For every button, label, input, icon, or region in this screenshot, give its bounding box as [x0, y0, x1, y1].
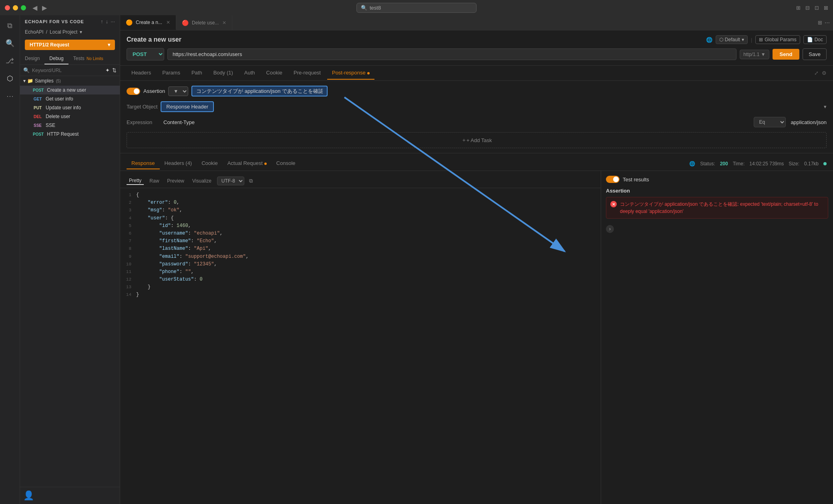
sidebar-more-icon[interactable]: ···	[111, 18, 115, 24]
assertion-toggle[interactable]	[127, 88, 140, 95]
env-selector[interactable]: ⬡ Default ▾	[716, 35, 748, 44]
nav-buttons: ◀ ▶	[32, 4, 47, 12]
tab-create-user[interactable]: 🟠 Create a n... ✕	[120, 15, 176, 30]
req-tab-postresponse[interactable]: Post-response	[327, 66, 374, 80]
activity-search-icon[interactable]: 🔍	[3, 36, 17, 50]
sidebar-item-get-user[interactable]: GET Get user info	[20, 94, 120, 103]
code-line-1: 1 {	[120, 191, 601, 199]
doc-button[interactable]: 📄 Doc	[803, 35, 827, 44]
chevron-down-icon: ▾	[824, 104, 827, 110]
method-badge-del: DEL	[31, 114, 44, 119]
close-button[interactable]	[5, 5, 10, 10]
sidebar-item-create-user[interactable]: POST Create a new user	[20, 86, 120, 94]
req-tab-path[interactable]: Path	[187, 66, 207, 80]
target-object-expand[interactable]: ▾	[824, 104, 827, 110]
copy-icon[interactable]: ⧉	[249, 178, 253, 184]
format-raw[interactable]: Raw	[147, 177, 161, 185]
forward-icon[interactable]: ▶	[42, 4, 47, 12]
add-task-row[interactable]: ＋ + Add Task	[127, 132, 827, 148]
target-object-button[interactable]: Response Header	[161, 101, 214, 112]
req-tab-auth[interactable]: Auth	[239, 66, 260, 80]
resp-tab-console[interactable]: Console	[272, 158, 300, 169]
tab-debug[interactable]: Debug	[44, 53, 68, 64]
layout-icon-2[interactable]: ⊟	[805, 5, 810, 11]
resp-tab-cookie[interactable]: Cookie	[197, 158, 222, 169]
assertion-type-select[interactable]: ▼	[168, 86, 188, 96]
layout-icon-1[interactable]: ⊞	[796, 5, 801, 11]
sidebar-item-http-request[interactable]: POST HTTP Request	[20, 130, 120, 139]
no-limits-badge: No Limits	[87, 56, 103, 61]
resp-tab-headers[interactable]: Headers (4)	[160, 158, 197, 169]
titlebar-icons: ⊞ ⊟ ⊡ ⊠	[796, 5, 828, 11]
target-object-row: Target Object Response Header ▾	[127, 101, 827, 112]
method-badge-get: GET	[31, 96, 44, 102]
folder-icon: 📁	[27, 78, 33, 84]
encoding-select[interactable]: UTF-8	[217, 177, 244, 185]
project-label[interactable]: Local Project	[50, 29, 77, 35]
assertion-row: Assertion ▼	[127, 86, 827, 96]
activity-copy-icon[interactable]: ⧉	[3, 18, 17, 33]
req-tab-body[interactable]: Body (1)	[209, 66, 238, 80]
global-params-button[interactable]: ⊞ Global Params	[755, 35, 800, 44]
activity-api-icon[interactable]: ⬡	[3, 71, 17, 86]
sidebar-item-delete-user[interactable]: DEL Delete user	[20, 112, 120, 121]
tab-design[interactable]: Design	[20, 53, 44, 64]
sidebar-item-update-user[interactable]: PUT Update user info	[20, 103, 120, 112]
save-button[interactable]: Save	[803, 48, 827, 60]
test-panel: Test results Assertion ✕ コンテンツタイプが appli…	[601, 171, 833, 504]
back-icon[interactable]: ◀	[32, 4, 37, 12]
overflow-icon[interactable]: ⋯	[825, 20, 830, 26]
lock-icon: 🌐	[706, 37, 712, 43]
format-pretty[interactable]: Pretty	[127, 177, 144, 185]
method-select[interactable]: POST GET PUT DELETE	[127, 48, 164, 60]
activity-more-icon[interactable]: ⋯	[3, 89, 17, 103]
search-sort-icon[interactable]: ⇅	[112, 67, 117, 73]
error-dot: ✕	[610, 201, 617, 207]
assertion-name-input[interactable]	[191, 86, 328, 96]
expand-test-button[interactable]: ›	[606, 225, 614, 233]
req-tab-cookie[interactable]: Cookie	[262, 66, 287, 80]
eq-select[interactable]: Eq	[754, 117, 786, 127]
test-results-toggle[interactable]	[606, 176, 620, 183]
tab-close-delete[interactable]: ✕	[222, 20, 226, 26]
req-tab-params[interactable]: Params	[157, 66, 185, 80]
req-tab-prerequest[interactable]: Pre-request	[289, 66, 326, 80]
layout-icon-3[interactable]: ⊡	[815, 5, 819, 11]
project-chevron-icon[interactable]: ▾	[80, 29, 82, 35]
keyword-input[interactable]	[32, 68, 103, 73]
layout-icon-4[interactable]: ⊠	[824, 5, 828, 11]
url-input[interactable]	[167, 48, 736, 60]
format-visualize[interactable]: Visualize	[190, 177, 214, 185]
titlebar-search[interactable]: 🔍 test8	[356, 3, 477, 13]
resp-tab-actual-request[interactable]: Actual Request	[223, 158, 272, 169]
item-label-delete-user: Delete user	[46, 114, 70, 119]
workspace-row: EchoAPI / Local Project ▾	[20, 28, 120, 36]
http-request-button[interactable]: HTTP1/2 Request ▾	[25, 40, 115, 50]
folder-samples[interactable]: ▾ 📁 Samples (5)	[20, 76, 120, 86]
assertion-result-title: Assertion	[606, 188, 828, 194]
settings-icon[interactable]: ⚙	[822, 70, 827, 76]
req-tab-headers[interactable]: Headers	[127, 66, 156, 80]
status-value: 200	[720, 161, 728, 167]
sidebar-download-icon[interactable]: ↓	[106, 18, 109, 24]
activity-branch-icon[interactable]: ⎇	[3, 54, 17, 68]
tab-close-create[interactable]: ✕	[166, 20, 170, 25]
maximize-button[interactable]	[21, 5, 26, 10]
protocol-badge[interactable]: http/1.1 ▼	[740, 50, 769, 59]
tab-bar-actions: ⊞ ⋯	[815, 15, 833, 30]
global-params-label: Global Params	[765, 37, 796, 42]
minimize-button[interactable]	[13, 5, 18, 10]
resp-tab-response[interactable]: Response	[127, 158, 160, 169]
user-profile-icon[interactable]: 👤	[23, 490, 34, 501]
split-editor-icon[interactable]: ⊞	[818, 20, 822, 26]
tab-delete-user[interactable]: 🔴 Delete use... ✕	[176, 15, 232, 30]
sidebar-item-sse[interactable]: SSE SSE	[20, 121, 120, 130]
assertion-label: Assertion	[143, 88, 165, 94]
expand-icon[interactable]: ⤢	[814, 70, 819, 76]
method-badge-sse: SSE	[31, 123, 44, 128]
sidebar-upload-icon[interactable]: ↑	[101, 18, 103, 24]
format-preview[interactable]: Preview	[165, 177, 187, 185]
tab-tests[interactable]: Tests No Limits	[68, 53, 108, 64]
send-button[interactable]: Send	[773, 49, 800, 60]
search-add-icon[interactable]: ✦	[105, 67, 110, 73]
